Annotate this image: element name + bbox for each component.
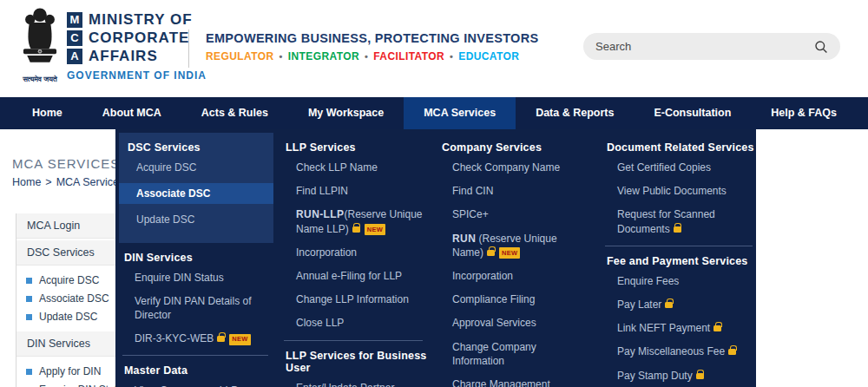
megamenu-column-4: Document Related ServicesGet Certified C…	[602, 133, 758, 387]
motto-educator: EDUCATOR	[458, 50, 519, 62]
menu-item-label: Compliance Filing	[452, 293, 535, 305]
menu-item-enter-update-partner-details[interactable]: Enter/Update Partner Details	[296, 381, 424, 387]
search-bar[interactable]	[583, 33, 840, 60]
search-input[interactable]	[595, 40, 814, 53]
sidebar-item-acquire-dsc[interactable]: Acquire DSC	[16, 272, 120, 290]
menu-item-label: Change LLP Information	[296, 293, 409, 305]
menu-item-dir-3-kyc-web[interactable]: DIR-3-KYC-WEBNEW	[135, 331, 270, 345]
logo-letter-m: M	[67, 12, 82, 28]
menu-item-change-llp-information[interactable]: Change LLP Information	[296, 292, 424, 306]
breadcrumb-mca-services[interactable]: MCA Services	[56, 176, 125, 188]
menu-item-check-llp-name[interactable]: Check LLP Name	[296, 161, 424, 174]
motto-separator-dot: •	[450, 51, 453, 62]
nav-item-my-workspace[interactable]: My Workspace	[288, 97, 404, 129]
menu-item-pay-stamp-duty[interactable]: Pay Stamp Duty	[617, 369, 754, 383]
motto-separator-dot: •	[365, 51, 368, 62]
menu-item-run-reserve-unique-name[interactable]: RUN (Reserve Unique Name)NEW	[452, 232, 589, 259]
mca-services-megamenu: DSC ServicesAcquire DSCAssociate DSCUpda…	[115, 129, 756, 387]
menu-item-update-dsc[interactable]: Update DSC	[136, 213, 265, 226]
sidebar-sublist: Apply for DINEnquire DIN Status	[16, 358, 120, 387]
menu-item-label: Find CIN	[452, 185, 493, 197]
menu-item-link-neft-payment[interactable]: Link NEFT Payment	[617, 321, 754, 335]
menu-item-label: Approval Services	[452, 317, 536, 329]
nav-item-acts-rules[interactable]: Acts & Rules	[181, 97, 288, 129]
menu-item-pay-miscellaneous-fee[interactable]: Pay Miscellaneous Fee	[617, 344, 754, 358]
menu-item-associate-dsc[interactable]: Associate DSC	[119, 183, 273, 204]
megamenu-column-3: Company ServicesCheck Company NameFind C…	[437, 133, 593, 387]
menu-item-label: Enquire DIN Status	[135, 272, 224, 284]
nav-item-mca-services[interactable]: MCA Services	[404, 97, 516, 129]
menu-item-enquire-fees[interactable]: Enquire Fees	[617, 274, 754, 288]
sidebar-item-label: Acquire DSC	[39, 272, 99, 290]
menu-item-label: Check LLP Name	[296, 161, 378, 174]
nav-item-data-reports[interactable]: Data & Reports	[516, 97, 634, 129]
sidebar-item-enquire-din-status[interactable]: Enquire DIN Status	[16, 381, 120, 387]
sidebar-item-associate-dsc[interactable]: Associate DSC	[16, 290, 120, 308]
menu-section-divider	[122, 355, 268, 356]
menu-item-view-company-or-llp-master-data[interactable]: View Company or LLP Master Data	[135, 384, 270, 387]
nav-item-about-mca[interactable]: About MCA	[82, 97, 181, 129]
menu-item-compliance-filing[interactable]: Compliance Filing	[452, 292, 589, 306]
menu-item-label: DIR-3-KYC-WEB	[135, 332, 214, 344]
dsc-services-panel: DSC ServicesAcquire DSCAssociate DSCUpda…	[119, 133, 273, 243]
menu-item-verify-din-pan-details-of-director[interactable]: Verify DIN PAN Details of Director	[135, 294, 270, 322]
menu-item-approval-services[interactable]: Approval Services	[452, 316, 589, 330]
menu-item-close-llp[interactable]: Close LLP	[296, 316, 424, 330]
menu-item-run-llp-reserve-unique-name-llp[interactable]: RUN-LLP(Reserve Unique Name LLP)NEW	[296, 207, 424, 235]
menu-heading-fee-and-payment-services: Fee and Payment Services	[607, 255, 758, 267]
menu-item-view-public-documents[interactable]: View Public Documents	[617, 184, 754, 198]
menu-item-change-company-information[interactable]: Change Company Information	[452, 340, 589, 368]
breadcrumb-home[interactable]: Home	[12, 176, 41, 188]
menu-item-label: Get Certified Copies	[617, 161, 711, 174]
menu-item-label: Associate DSC	[136, 187, 210, 200]
new-badge: NEW	[229, 334, 250, 345]
menu-item-enquire-din-status[interactable]: Enquire DIN Status	[135, 271, 270, 285]
sidebar-sublist: Acquire DSCAssociate DSCUpdate DSC	[16, 267, 120, 331]
menu-item-spice[interactable]: SPICe+	[452, 207, 589, 221]
menu-item-get-certified-copies[interactable]: Get Certified Copies	[617, 161, 754, 174]
motto-integrator: INTEGRATOR	[288, 50, 359, 62]
menu-heading-llp-services-for-business-user: LLP Services for Business User	[286, 350, 428, 374]
sidebar-item-apply-for-din[interactable]: Apply for DIN	[16, 363, 120, 381]
menu-item-acquire-dsc[interactable]: Acquire DSC	[136, 161, 265, 174]
sidebar-item-update-dsc[interactable]: Update DSC	[16, 308, 120, 326]
page-title: MCA SERVICES	[12, 156, 120, 171]
logo-letter-c: C	[67, 30, 82, 46]
lock-icon	[713, 325, 721, 331]
nav-item-contact-us[interactable]: Contact Us	[857, 97, 868, 129]
menu-item-incorporation[interactable]: Incorporation	[296, 246, 424, 259]
menu-item-request-for-scanned-documents[interactable]: Request for Scanned Documents	[617, 207, 754, 235]
government-of-india-label: GOVERNMENT OF INDIA	[67, 69, 207, 82]
nav-item-e-consultation[interactable]: E-Consultation	[634, 97, 751, 129]
menu-item-pay-later[interactable]: Pay Later	[617, 298, 754, 312]
menu-item-label: Request for Scanned Documents	[617, 208, 715, 234]
sidebar-group-dsc-services[interactable]: DSC Services	[16, 240, 120, 266]
sidebar-group-din-services[interactable]: DIN Services	[16, 331, 120, 357]
site-header: सत्यमेव जयते MCA MINISTRY OF CORPORATE A…	[0, 0, 868, 97]
nav-item-home[interactable]: Home	[12, 97, 82, 129]
menu-item-label: Enquire Fees	[617, 275, 679, 287]
sidebar-item-label: Associate DSC	[39, 290, 109, 308]
menu-item-label: Find LLPIN	[296, 185, 348, 197]
bullet-icon	[26, 296, 32, 302]
menu-heading-document-related-services: Document Related Services	[607, 141, 758, 154]
menu-item-check-company-name[interactable]: Check Company Name	[452, 161, 589, 174]
breadcrumb-separator: >	[45, 176, 51, 188]
header-divider	[188, 30, 189, 68]
menu-item-charge-management[interactable]: Charge Management	[452, 377, 589, 387]
megamenu-column-2: LLP ServicesCheck LLP NameFind LLPINRUN-…	[280, 133, 428, 387]
menu-item-annual-e-filing-for-llp[interactable]: Annual e-Filing for LLP	[296, 269, 424, 283]
menu-item-label: Update DSC	[136, 213, 194, 226]
menu-heading-dsc-services: DSC Services	[128, 141, 265, 154]
menu-item-label: Pay Stamp Duty	[617, 370, 693, 382]
bullet-icon	[26, 314, 32, 320]
nav-item-help-faqs[interactable]: Help & FAQs	[751, 97, 857, 129]
menu-item-incorporation[interactable]: Incorporation	[452, 269, 589, 283]
sidebar-item-label: Apply for DIN	[39, 363, 101, 381]
tagline: EMPOWERING BUSINESS, PROTECTING INVESTOR…	[206, 31, 538, 45]
menu-item-find-cin[interactable]: Find CIN	[452, 184, 589, 198]
search-icon[interactable]	[814, 40, 828, 54]
menu-heading-master-data: Master Data	[124, 364, 273, 377]
sidebar-group-mca-login[interactable]: MCA Login	[16, 213, 120, 239]
menu-item-find-llpin[interactable]: Find LLPIN	[296, 184, 424, 198]
